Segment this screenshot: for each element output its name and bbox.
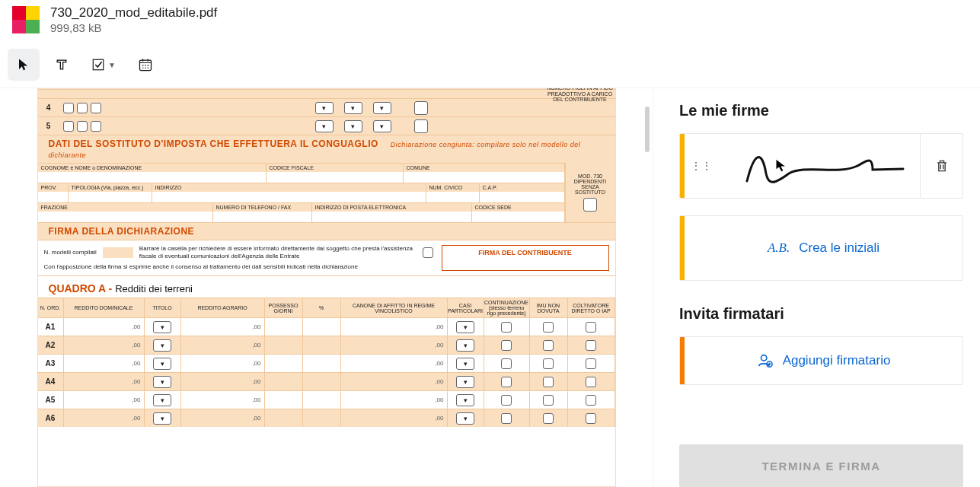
numeric-input[interactable]: ,00 — [64, 373, 145, 390]
signature-field[interactable]: FIRMA DEL CONTRIBUENTE — [442, 245, 609, 271]
dropdown-input[interactable]: ▾ — [315, 120, 334, 132]
dropdown-input[interactable]: ▾ — [448, 373, 484, 390]
numeric-input[interactable]: ,00 — [64, 318, 145, 336]
numeric-input[interactable] — [303, 391, 341, 409]
checkbox-input[interactable] — [414, 101, 428, 115]
numeric-input[interactable]: ,00 — [64, 409, 145, 427]
dropdown-input[interactable]: ▾ — [373, 102, 391, 114]
numeric-input[interactable]: ,00 — [181, 409, 265, 427]
numeric-input[interactable]: ,00 — [181, 355, 265, 372]
checkbox-input[interactable] — [530, 336, 568, 354]
text-input[interactable] — [103, 247, 133, 258]
finish-and-sign-button[interactable]: TERMINA E FIRMA — [679, 444, 963, 487]
checkbox-input[interactable] — [484, 373, 530, 390]
numeric-input[interactable]: ,00 — [64, 391, 145, 409]
checkbox-input[interactable] — [530, 409, 568, 427]
numeric-input[interactable] — [265, 355, 303, 372]
numeric-input[interactable] — [265, 318, 303, 336]
checkbox-input[interactable] — [568, 355, 615, 372]
text-input[interactable] — [404, 172, 565, 183]
checkbox-input[interactable] — [530, 318, 568, 336]
checkbox-input[interactable] — [414, 119, 428, 133]
checkbox-input[interactable] — [77, 103, 88, 113]
checkbox-input[interactable] — [484, 355, 530, 372]
checkbox-input[interactable] — [530, 391, 568, 409]
checkbox-input[interactable] — [568, 409, 615, 427]
checkbox-input[interactable] — [530, 373, 568, 390]
text-input[interactable] — [69, 192, 152, 202]
numeric-input[interactable]: ,00 — [64, 336, 145, 354]
numeric-input[interactable] — [303, 355, 341, 372]
checkbox-input[interactable] — [568, 318, 615, 336]
checkbox-input[interactable] — [423, 247, 433, 258]
delete-signature-button[interactable] — [920, 134, 962, 198]
cursor-tool-button[interactable] — [8, 49, 40, 81]
numeric-input[interactable] — [303, 409, 341, 427]
text-input[interactable] — [213, 212, 312, 222]
dropdown-input[interactable]: ▾ — [145, 409, 181, 427]
checkbox-input[interactable] — [63, 121, 74, 132]
numeric-input[interactable] — [265, 373, 303, 390]
create-initials-card[interactable]: A.B. Crea le iniziali — [679, 215, 963, 281]
numeric-input[interactable] — [303, 318, 341, 336]
text-input[interactable] — [38, 212, 213, 222]
checkbox-input[interactable] — [568, 391, 615, 409]
dropdown-input[interactable]: ▾ — [448, 355, 484, 372]
text-input[interactable] — [38, 192, 69, 202]
checkbox-input[interactable] — [568, 373, 615, 390]
text-input[interactable] — [267, 172, 404, 183]
numeric-input[interactable] — [303, 373, 341, 390]
document-viewport[interactable]: NUMERO FIGLI IN AFFIDO PREADOTTIVO A CAR… — [0, 88, 653, 487]
text-input[interactable] — [426, 192, 480, 202]
dropdown-input[interactable]: ▾ — [145, 336, 181, 354]
checkbox-input[interactable] — [63, 103, 74, 113]
dropdown-input[interactable]: ▾ — [145, 373, 181, 390]
checkbox-input[interactable] — [484, 336, 530, 354]
numeric-input[interactable]: ,00 — [181, 318, 265, 336]
drag-handle-icon[interactable]: ⋮⋮ — [685, 160, 718, 172]
dropdown-input[interactable]: ▾ — [145, 318, 181, 336]
checkbox-input[interactable] — [484, 391, 530, 409]
dropdown-input[interactable]: ▾ — [344, 120, 362, 132]
numeric-input[interactable] — [265, 391, 303, 409]
numeric-input[interactable]: ,00 — [341, 409, 448, 427]
signature-preview[interactable] — [718, 134, 920, 198]
numeric-input[interactable] — [265, 409, 303, 427]
numeric-input[interactable]: ,00 — [341, 355, 448, 372]
checkbox-input[interactable] — [484, 318, 530, 336]
dropdown-input[interactable]: ▾ — [315, 102, 334, 114]
dropdown-input[interactable]: ▾ — [448, 409, 484, 427]
text-input[interactable] — [38, 172, 267, 183]
numeric-input[interactable]: ,00 — [64, 355, 145, 372]
checkbox-input[interactable] — [583, 198, 597, 212]
dropdown-input[interactable]: ▾ — [373, 120, 391, 132]
numeric-input[interactable] — [265, 336, 303, 354]
numeric-input[interactable]: ,00 — [181, 373, 265, 390]
checkbox-input[interactable] — [91, 103, 101, 113]
text-input[interactable] — [312, 212, 472, 222]
text-input[interactable] — [480, 192, 565, 202]
numeric-input[interactable]: ,00 — [341, 373, 448, 390]
dropdown-input[interactable]: ▾ — [448, 336, 484, 354]
numeric-input[interactable]: ,00 — [341, 336, 448, 354]
dropdown-input[interactable]: ▾ — [448, 318, 484, 336]
dropdown-input[interactable]: ▾ — [448, 391, 484, 409]
add-signer-card[interactable]: Aggiungi firmatario — [679, 336, 963, 385]
numeric-input[interactable]: ,00 — [181, 391, 265, 409]
text-tool-button[interactable] — [46, 49, 78, 81]
text-input[interactable] — [472, 212, 565, 222]
checkbox-input[interactable] — [530, 355, 568, 372]
checkbox-input[interactable] — [77, 121, 88, 132]
dropdown-input[interactable]: ▾ — [344, 102, 362, 114]
numeric-input[interactable]: ,00 — [181, 336, 265, 354]
dropdown-input[interactable]: ▾ — [145, 355, 181, 372]
signature-card[interactable]: ⋮⋮ — [679, 133, 963, 199]
text-input[interactable] — [152, 192, 426, 202]
scrollbar-thumb[interactable] — [645, 107, 650, 152]
checkbox-input[interactable] — [484, 409, 530, 427]
dropdown-input[interactable]: ▾ — [145, 391, 181, 409]
numeric-input[interactable]: ,00 — [341, 391, 448, 409]
date-tool-button[interactable] — [129, 49, 161, 81]
numeric-input[interactable] — [303, 336, 341, 354]
checkbox-input[interactable] — [568, 336, 615, 354]
